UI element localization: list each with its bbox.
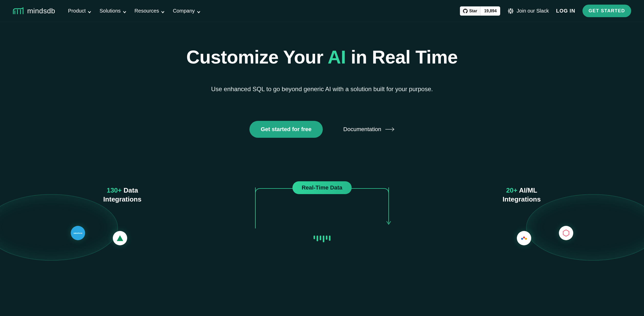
svg-rect-1	[510, 12, 511, 14]
nav-item-resources[interactable]: Resources	[135, 8, 165, 14]
svg-point-13	[521, 238, 523, 240]
nav-menu: Product Solutions Resources Company	[68, 8, 200, 14]
svg-point-4	[509, 9, 510, 10]
data-integrations-line2: Integrations	[103, 195, 142, 203]
hex-ring-icon	[562, 229, 570, 237]
arrow-right-icon	[385, 127, 395, 131]
hero-cta-row: Get started for free Documentation	[0, 121, 644, 138]
realtime-data-pill: Real-Time Data	[293, 181, 352, 194]
svg-marker-12	[563, 230, 569, 236]
arc-right	[526, 194, 644, 261]
nav-item-label: Company	[173, 8, 195, 14]
nav-item-product[interactable]: Product	[68, 8, 91, 14]
data-integrations-label: 130+ Data Integrations	[103, 186, 142, 204]
get-started-free-button[interactable]: Get started for free	[249, 121, 323, 138]
svg-rect-0	[510, 8, 511, 10]
aiml-integrations-label: 20+ AI/ML Integrations	[502, 186, 541, 204]
nav-item-solutions[interactable]: Solutions	[99, 8, 126, 14]
hero-title-pre: Customize Your	[186, 47, 328, 67]
chevron-down-icon	[197, 9, 200, 13]
aiml-integrations-line1: AI/ML	[517, 186, 537, 194]
integration-bubble-salesforce: salesforce	[71, 226, 85, 240]
github-star-count[interactable]: 19,894	[480, 6, 500, 16]
svg-point-14	[523, 237, 525, 239]
join-slack-link[interactable]: Join our Slack	[507, 8, 549, 14]
nav-item-label: Resources	[135, 8, 159, 14]
github-icon	[463, 9, 468, 13]
triangle-icon	[116, 234, 124, 242]
github-star-label: Star	[469, 9, 477, 13]
integration-bubble-right-2	[517, 231, 531, 245]
brand-logo[interactable]: mindsdb	[13, 7, 55, 15]
bear-logo-icon	[13, 7, 25, 15]
svg-marker-11	[117, 235, 123, 241]
aiml-integrations-count: 20+	[506, 186, 517, 194]
github-star-widget[interactable]: Star 19,894	[460, 6, 500, 16]
svg-point-7	[512, 12, 513, 13]
documentation-link[interactable]: Documentation	[343, 126, 395, 133]
svg-rect-3	[511, 10, 514, 11]
dots-icon	[520, 234, 528, 242]
integration-bubble-right-1	[559, 226, 573, 240]
aiml-integrations-line2: Integrations	[502, 195, 541, 203]
data-integrations-count: 130+	[107, 186, 122, 194]
hero-title-post: in Real Time	[346, 47, 458, 67]
hero: Customize Your AI in Real Time Use enhan…	[0, 22, 644, 138]
nav-left: mindsdb Product Solutions Resources Comp…	[13, 7, 200, 15]
integrations-diagram: Real-Time Data 130+ Data Integrations 20…	[0, 181, 644, 238]
arc-left	[0, 194, 118, 261]
svg-point-5	[512, 9, 513, 10]
nav-right: Star 19,894 Join our Slack LOG IN GET ST…	[460, 5, 631, 17]
hero-subtitle: Use enhanced SQL to go beyond generic AI…	[0, 86, 644, 93]
integration-bubble-left-2	[113, 231, 127, 245]
nav-item-company[interactable]: Company	[173, 8, 200, 14]
svg-point-6	[509, 12, 510, 13]
svg-text:salesforce: salesforce	[74, 232, 82, 234]
login-link[interactable]: LOG IN	[556, 8, 575, 14]
hero-title-accent: AI	[328, 47, 346, 67]
hero-title: Customize Your AI in Real Time	[0, 47, 644, 68]
chevron-down-icon	[88, 9, 91, 13]
data-integrations-line1: Data	[122, 186, 138, 194]
barcode-icon	[314, 236, 330, 242]
brand-name: mindsdb	[27, 7, 55, 15]
nav-item-label: Solutions	[99, 8, 120, 14]
slack-label: Join our Slack	[517, 8, 549, 14]
github-star-button[interactable]: Star	[460, 6, 480, 16]
top-nav: mindsdb Product Solutions Resources Comp…	[0, 0, 644, 22]
get-started-button[interactable]: GET STARTED	[582, 5, 631, 17]
nav-item-label: Product	[68, 8, 86, 14]
slack-icon	[507, 8, 514, 14]
svg-point-15	[525, 238, 527, 240]
svg-rect-2	[508, 10, 510, 11]
documentation-label: Documentation	[343, 126, 381, 133]
chevron-down-icon	[123, 9, 126, 13]
salesforce-icon: salesforce	[74, 229, 82, 237]
chevron-down-icon	[161, 9, 165, 13]
